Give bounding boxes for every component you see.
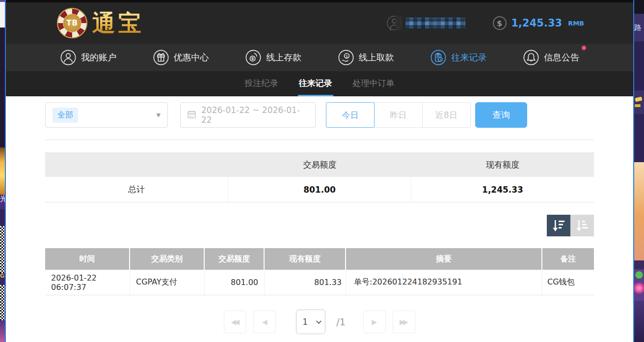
nav-item-label: 线上取款 [359, 52, 394, 63]
date-range-value: 2026-01-22 ~ 2026-01-22 [201, 105, 309, 125]
filter-row: 全部 ▼ 2026-01-22 ~ 2026-01-22 今日 昨日 近8日 查 [45, 102, 594, 128]
summary-header-current: 现有额度 [411, 152, 594, 177]
bell-icon [523, 49, 539, 66]
nav-item-withdraw[interactable]: $ 线上取款 [338, 49, 394, 66]
quick-date-today-button[interactable]: 今日 [326, 102, 375, 128]
background-window-left-sliver: 光 GF [0, 0, 5, 342]
game-thumbnail-fragment [634, 269, 644, 301]
notification-dot [582, 46, 586, 50]
nav-item-label: 优惠中心 [174, 52, 209, 63]
summary-transaction-amount: 801.00 [228, 177, 411, 202]
records-header-balance: 现有额度 [265, 248, 346, 270]
content-area: 全部 ▼ 2026-01-22 ~ 2026-01-22 今日 昨日 近8日 查 [6, 96, 633, 342]
gift-icon [153, 49, 169, 66]
record-balance: 801.33 [265, 270, 346, 295]
page-total: /1 [336, 316, 346, 327]
calendar-icon [187, 110, 196, 121]
nav-item-label: 我的账户 [81, 52, 116, 63]
records-table-header: 时间 交易类别 交易额度 现有额度 摘要 备注 [45, 248, 594, 270]
balance-currency: RMB [568, 20, 584, 27]
summary-table: 交易额度 现有额度 总计 801.00 1,245.33 [45, 152, 594, 202]
user-account-chip[interactable] [387, 16, 465, 30]
summary-header-empty [45, 152, 228, 177]
svg-text:$: $ [346, 54, 348, 58]
main-window: TB 通宝 $ 1,245.33 RMB [6, 0, 633, 342]
withdraw-icon: $ [338, 49, 354, 66]
chevron-down-icon [316, 318, 322, 324]
chevron-down-icon: ▼ [157, 112, 161, 118]
next-page-button[interactable]: ▶ [363, 311, 386, 333]
sort-descending-button[interactable] [547, 215, 570, 236]
arrow-left-icon: ◀ [262, 318, 268, 326]
double-arrow-right-icon: ▶▶ [400, 318, 406, 326]
table-row: 2026-01-22 06:07:37 CGPAY支付 801.00 801.3… [45, 270, 594, 295]
section-divider [45, 140, 594, 140]
page-select-value: 1 [302, 317, 308, 327]
type-filter-dropdown[interactable]: 全部 ▼ [45, 102, 168, 128]
arrow-right-icon: ▶ [372, 318, 377, 326]
nav-item-promotions[interactable]: 优惠中心 [153, 49, 209, 66]
site-wordmark: 通宝 [92, 8, 144, 39]
date-range-input[interactable]: 2026-01-22 ~ 2026-01-22 [180, 102, 316, 128]
right-sliver-text: 路 [634, 14, 644, 41]
summary-current-amount: 1,245.33 [411, 177, 594, 202]
page-select[interactable]: 1 [296, 310, 325, 334]
left-sliver-gf-text: GF [0, 273, 5, 285]
balance-amount: 1,245.33 [511, 17, 563, 29]
username-redacted [405, 18, 465, 28]
summary-total-row: 总计 801.00 1,245.33 [45, 177, 594, 202]
record-amount: 801.00 [205, 270, 265, 295]
search-button[interactable]: 查询 [475, 102, 527, 128]
record-type: CGPAY支付 [130, 270, 205, 295]
last-page-button[interactable]: ▶▶ [393, 311, 415, 333]
user-avatar-icon [387, 16, 402, 30]
record-note: CG钱包 [542, 270, 594, 295]
sort-ascending-icon [575, 219, 590, 232]
nav-item-transaction-records[interactable]: 往来记录 [430, 49, 486, 66]
tab-bet-records[interactable]: 投注纪录 [244, 71, 279, 96]
record-subtabs: 投注纪录 往来记录 处理中订单 [6, 71, 633, 96]
sort-controls [45, 215, 594, 236]
nav-item-my-account[interactable]: 我的账户 [60, 49, 116, 66]
background-window-right-sliver: 路 [634, 0, 644, 342]
records-header-note: 备注 [542, 248, 594, 270]
balance-display[interactable]: $ 1,245.33 RMB [493, 16, 585, 30]
left-sliver-text: 光 [0, 195, 5, 209]
quick-date-last8days-button[interactable]: 近8日 [422, 102, 471, 128]
nav-item-label: 往来记录 [451, 52, 486, 63]
deposit-icon [245, 49, 262, 66]
tab-pending-orders[interactable]: 处理中订单 [352, 71, 396, 96]
qr-code-fragment [0, 226, 5, 273]
record-time: 2026-01-22 06:07:37 [45, 270, 130, 295]
sort-ascending-button[interactable] [570, 215, 594, 236]
prev-page-button[interactable]: ◀ [253, 311, 276, 333]
user-icon [60, 49, 77, 66]
records-header-summary: 摘要 [346, 248, 542, 270]
records-header-type: 交易类别 [130, 248, 205, 270]
qr-code-fragment [0, 285, 5, 320]
nav-item-deposit[interactable]: 线上存款 [245, 49, 301, 66]
records-header-time: 时间 [45, 248, 130, 270]
site-logo[interactable]: TB 通宝 [57, 8, 144, 39]
game-thumbnail-fragment [634, 162, 644, 260]
type-filter-selected: 全部 [53, 108, 78, 123]
quick-date-group: 今日 昨日 近8日 [326, 102, 471, 128]
record-summary: 单号:202601224182935191 [346, 270, 542, 295]
records-header-amount: 交易额度 [205, 248, 265, 270]
window-border [5, 0, 6, 342]
logo-badge: TB [63, 14, 81, 32]
window-border [633, 0, 634, 342]
summary-total-label: 总计 [45, 177, 228, 202]
records-table: 时间 交易类别 交易额度 现有额度 摘要 备注 2026-01-22 06:07… [45, 248, 594, 295]
nav-item-announcements[interactable]: 信息公告 [523, 49, 579, 66]
quick-date-yesterday-button[interactable]: 昨日 [374, 102, 423, 128]
summary-header-transaction: 交易额度 [228, 152, 411, 177]
transactions-icon [430, 49, 447, 66]
dollar-coin-icon: $ [493, 16, 507, 30]
sort-descending-icon [551, 219, 566, 232]
first-page-button[interactable]: ◀◀ [224, 311, 246, 333]
summary-table-header: 交易额度 现有额度 [45, 152, 594, 177]
main-nav: 我的账户 优惠中心 线上存款 [6, 44, 633, 71]
tab-transaction-records[interactable]: 往来记录 [298, 71, 333, 96]
site-header: TB 通宝 $ 1,245.33 RMB [6, 2, 633, 44]
